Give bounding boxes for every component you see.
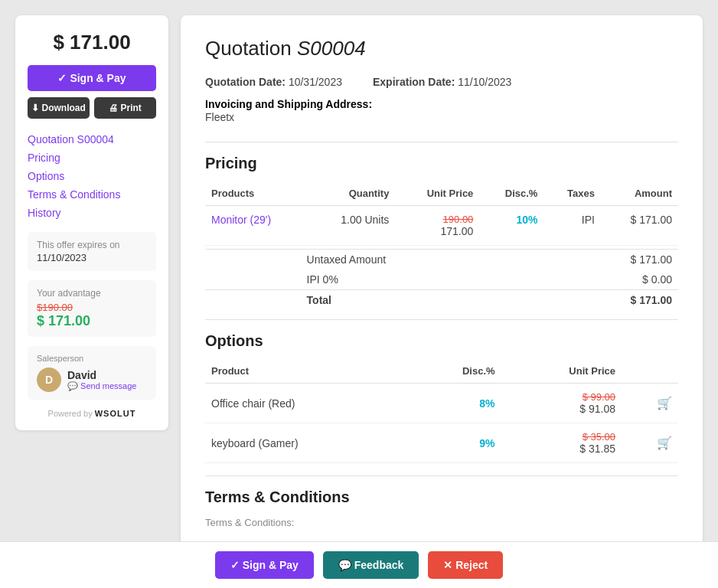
sidebar: $ 171.00 Sign & Pay ⬇ Download 🖨 Print Q… — [15, 15, 168, 430]
address-value: Fleetx — [205, 111, 678, 123]
option-cart-2[interactable]: 🛒 — [622, 423, 678, 463]
old-price: $190.00 — [37, 302, 147, 313]
divider-terms — [205, 475, 678, 476]
option-disc-1: 8% — [409, 384, 501, 423]
quotation-title: Quotation S00004 — [205, 37, 678, 60]
salesperson-box: Salesperson D David 💬 Send message — [28, 346, 156, 400]
opt-col-cart — [622, 361, 678, 384]
terms-label: Terms & Conditions: — [205, 517, 678, 528]
meta-row: Quotation Date: 10/31/2023 Expiration Da… — [205, 76, 678, 88]
offer-expires-label: This offer expires on — [37, 240, 147, 250]
options-table: Product Disc.% Unit Price Office chair (… — [205, 361, 678, 463]
sidebar-item-terms[interactable]: Terms & Conditions — [28, 188, 156, 201]
option-product-1: Office chair (Red) — [205, 384, 409, 423]
opt-col-disc: Disc.% — [409, 361, 501, 384]
address-label: Invoicing and Shipping Address: — [205, 98, 372, 110]
total-row: Total $ 171.00 — [205, 290, 678, 311]
ipi-value: $ 0.00 — [538, 270, 678, 290]
price-current: 171.00 — [401, 225, 473, 237]
disc-cell: 10% — [479, 206, 543, 246]
options-title: Options — [205, 332, 678, 350]
salesperson-name: David — [67, 369, 147, 381]
unit-price-cell: 190.00 171.00 — [395, 206, 479, 246]
print-button[interactable]: 🖨 Print — [94, 97, 156, 119]
untaxed-label: Untaxed Amount — [301, 250, 538, 270]
total-value: $ 171.00 — [538, 290, 678, 311]
price-original: 190.00 — [401, 214, 473, 225]
sidebar-sign-pay-button[interactable]: Sign & Pay — [28, 65, 156, 91]
x-icon: ✕ — [443, 559, 455, 571]
chat-bubble-icon: 💬 — [338, 559, 354, 571]
option-row-1: Office chair (Red) 8% $ 99.00 $ 91.08 🛒 — [205, 384, 678, 423]
amount-cell: $ 171.00 — [601, 206, 678, 246]
sidebar-item-quotation[interactable]: Quotation S00004 — [28, 132, 156, 146]
taxes-cell: IPI — [543, 206, 600, 246]
divider-pricing — [205, 142, 678, 142]
col-disc: Disc.% — [479, 183, 543, 206]
cart-icon[interactable]: 🛒 — [657, 397, 672, 410]
option-row-2: keyboard (Gamer) 9% $ 35.00 $ 31.85 🛒 — [205, 423, 678, 463]
powered-by: Powered by WSOLUT — [28, 409, 156, 418]
bottom-reject-button[interactable]: ✕ Reject — [428, 551, 503, 579]
col-amount: Amount — [601, 183, 678, 206]
sidebar-item-history[interactable]: History — [28, 206, 156, 220]
option-price-1: $ 99.00 $ 91.08 — [501, 384, 622, 423]
option-price-2: $ 35.00 $ 31.85 — [501, 423, 622, 463]
expiration-date: Expiration Date: 11/10/2023 — [373, 76, 511, 88]
col-unit-price: Unit Price — [395, 183, 479, 206]
avatar: D — [37, 368, 61, 392]
cart-icon-2[interactable]: 🛒 — [657, 436, 672, 449]
totals-table: Untaxed Amount $ 171.00 IPI 0% $ 0.00 To… — [205, 249, 678, 310]
col-products: Products — [205, 183, 308, 206]
offer-expires-date: 11/10/2023 — [37, 252, 147, 263]
sidebar-item-options[interactable]: Options — [28, 169, 156, 183]
salesperson-label: Salesperson — [37, 354, 147, 363]
opt-col-price: Unit Price — [501, 361, 622, 384]
address-block: Invoicing and Shipping Address: Fleetx — [205, 97, 678, 123]
advantage-box: Your advantage $190.00 $ 171.00 — [28, 280, 156, 337]
terms-title: Terms & Conditions — [205, 488, 678, 506]
untaxed-value: $ 171.00 — [538, 250, 678, 270]
untaxed-row: Untaxed Amount $ 171.00 — [205, 250, 678, 270]
option-cart-1[interactable]: 🛒 — [622, 384, 678, 423]
bottom-sign-pay-button[interactable]: ✓ Sign & Pay — [215, 551, 314, 579]
ipi-row: IPI 0% $ 0.00 — [205, 270, 678, 290]
download-icon: ⬇ — [31, 103, 39, 113]
main-content: Quotation S00004 Quotation Date: 10/31/2… — [181, 15, 703, 588]
send-message-link[interactable]: 💬 Send message — [67, 381, 147, 391]
download-button[interactable]: ⬇ Download — [28, 97, 90, 119]
sidebar-price: $ 171.00 — [28, 31, 156, 54]
sidebar-item-pricing[interactable]: Pricing — [28, 151, 156, 165]
new-price: $ 171.00 — [37, 313, 147, 329]
chat-icon: 💬 — [67, 381, 78, 390]
checkmark-icon: ✓ — [230, 559, 243, 571]
option-disc-2: 9% — [409, 423, 501, 463]
bottom-feedback-button[interactable]: 💬 Feedback — [323, 551, 419, 579]
total-label: Total — [301, 290, 538, 311]
pricing-table: Products Quantity Unit Price Disc.% Taxe… — [205, 183, 678, 246]
table-row: Monitor (29') 1.00 Units 190.00 171.00 1… — [205, 206, 678, 246]
opt-col-product: Product — [205, 361, 409, 384]
divider-options — [205, 319, 678, 320]
col-taxes: Taxes — [543, 183, 600, 206]
brand-name: WSOLUT — [95, 409, 136, 418]
sidebar-nav: Quotation S00004 Pricing Options Terms &… — [28, 132, 156, 220]
quotation-date: Quotation Date: 10/31/2023 — [205, 76, 342, 88]
quantity-cell: 1.00 Units — [308, 206, 395, 246]
product-name[interactable]: Monitor (29') — [211, 214, 271, 226]
advantage-label: Your advantage — [37, 288, 147, 299]
col-quantity: Quantity — [308, 183, 395, 206]
bottom-bar: ✓ Sign & Pay 💬 Feedback ✕ Reject — [0, 541, 718, 588]
print-icon: 🖨 — [109, 103, 118, 113]
option-product-2: keyboard (Gamer) — [205, 423, 409, 463]
pricing-title: Pricing — [205, 155, 678, 172]
ipi-label: IPI 0% — [301, 270, 538, 290]
offer-expires-box: This offer expires on 11/10/2023 — [28, 232, 156, 271]
